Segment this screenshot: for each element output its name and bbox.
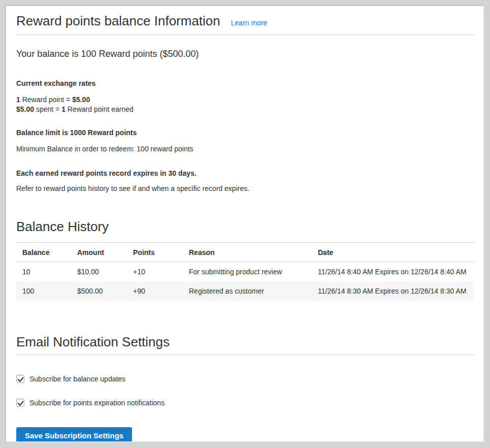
balance-limit-heading: Balance limit is 1000 Reward points [16,129,474,137]
rate-value: $5.00 [16,105,34,113]
exchange-rates-lines: 1 Reward point = $5.00 $5.00 spent = 1 R… [16,95,474,114]
table-row: 10 $10.00 +10 For submitting product rev… [16,262,474,282]
header-divider [16,35,474,35]
page-title: Reward points balance Information [16,13,220,29]
expiration-note: Refer to reward points history to see if… [16,184,474,193]
cell-reason: For submitting product review [183,262,312,282]
expiration-heading: Each earned reward points record expires… [16,169,474,177]
email-settings-divider [16,355,474,355]
column-header-points: Points [127,243,183,262]
points-expiration-label[interactable]: Subscribe for points expiration notifica… [29,399,165,407]
cell-reason: Registered as customer [183,281,312,301]
page-header: Reward points balance Information Learn … [16,13,474,29]
rate-text: Reward point = [20,95,72,104]
cell-points: +90 [127,281,183,301]
exchange-rates-heading: Current exchange rates [16,79,474,87]
balance-updates-label[interactable]: Subscribe for balance updates [29,375,125,383]
table-row: 100 $500.00 +90 Registered as customer 1… [16,281,474,301]
learn-more-link[interactable]: Learn more [231,19,268,27]
column-header-balance: Balance [16,243,71,262]
save-subscription-settings-button[interactable]: Save Subscription Settings [16,427,132,442]
column-header-reason: Reason [183,243,312,262]
cell-balance: 10 [16,262,71,282]
balance-updates-checkbox[interactable] [16,375,24,383]
points-expiration-option: Subscribe for points expiration notifica… [16,399,474,407]
minimum-balance-text: Minimum Balance in order to redeem: 100 … [16,145,474,153]
column-header-date: Date [312,243,474,262]
balance-summary: Your balance is 100 Reward points ($500.… [16,49,474,59]
cell-date: 11/26/14 8:30 AM Expires on 12/26/14 8:3… [312,281,474,301]
cell-balance: 100 [16,281,71,301]
email-settings-title: Email Notification Settings [16,334,474,350]
cell-amount: $10.00 [71,262,127,282]
balance-updates-option: Subscribe for balance updates [16,375,474,383]
table-header-row: Balance Amount Points Reason Date [16,243,474,262]
points-expiration-checkbox[interactable] [16,399,24,407]
exchange-rate-line-2: $5.00 spent = 1 Reward point earned [16,105,474,114]
cell-points: +10 [127,262,183,282]
rate-text: spent = [34,105,61,113]
balance-history-table: Balance Amount Points Reason Date 10 $10… [16,242,474,301]
cell-date: 11/26/14 8:40 AM Expires on 12/26/14 8:4… [312,262,474,282]
rate-value: 1 [16,95,20,104]
rate-text: Reward point earned [66,105,134,113]
exchange-rate-line-1: 1 Reward point = $5.00 [16,95,474,105]
rate-value: 1 [61,105,66,113]
cell-amount: $500.00 [71,281,127,301]
reward-points-panel: Reward points balance Information Learn … [6,6,484,442]
column-header-amount: Amount [71,243,127,262]
rate-value: $5.00 [72,95,90,104]
balance-history-title: Balance History [16,219,474,235]
